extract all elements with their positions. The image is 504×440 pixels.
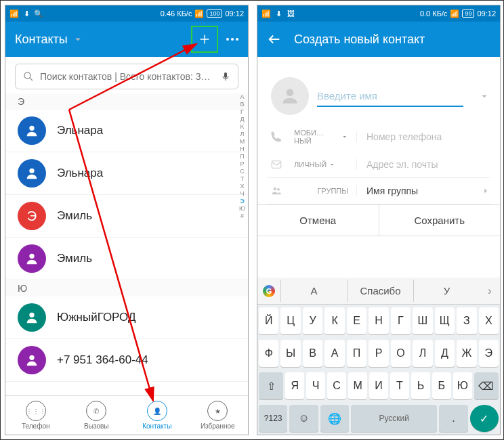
key[interactable]: У — [303, 307, 322, 334]
key[interactable]: А — [324, 340, 344, 367]
back-icon[interactable] — [267, 32, 282, 47]
space-key[interactable]: Русский — [351, 405, 437, 432]
key[interactable]: Ш — [413, 307, 432, 334]
alpha-letter[interactable]: B — [239, 101, 245, 108]
groups-label: ГРУППЫ — [294, 187, 348, 195]
key[interactable]: В — [303, 340, 322, 367]
key[interactable]: Р — [369, 340, 388, 367]
expand-icon[interactable] — [478, 90, 490, 102]
suggestion[interactable]: А — [280, 280, 347, 302]
key[interactable]: Т — [390, 372, 409, 399]
alpha-letter[interactable]: Г — [239, 108, 245, 116]
add-contact-button[interactable] — [192, 27, 217, 51]
key[interactable]: Ж — [457, 340, 476, 367]
suggestion[interactable]: Спасибо — [347, 280, 413, 302]
alpha-letter[interactable]: A — [239, 93, 245, 101]
suggestion[interactable]: У — [413, 280, 480, 302]
google-icon[interactable]: G — [257, 284, 280, 297]
key[interactable]: О — [391, 340, 411, 367]
nav-star[interactable]: ★Избранное — [188, 396, 249, 435]
contact-row[interactable]: Эмиль — [5, 238, 248, 280]
alpha-letter[interactable]: Х — [239, 183, 245, 190]
alpha-letter[interactable]: Р — [239, 160, 245, 168]
alpha-letter[interactable]: Н — [239, 146, 245, 153]
key[interactable]: Б — [432, 372, 451, 399]
key[interactable]: Н — [369, 307, 388, 334]
alpha-letter[interactable]: # — [239, 213, 245, 220]
app-bar: Контакты — [5, 22, 248, 57]
svg-point-5 — [29, 313, 34, 317]
key[interactable]: Х — [479, 307, 499, 334]
key[interactable]: Ч — [306, 372, 325, 399]
key[interactable]: Ц — [280, 307, 300, 334]
mic-icon[interactable] — [220, 71, 231, 82]
alpha-letter[interactable]: Э — [239, 198, 245, 205]
symbols-key[interactable]: ?123 — [259, 405, 287, 432]
groups-value[interactable]: Имя группы — [356, 185, 473, 196]
emoji-key[interactable]: ☺ — [289, 405, 318, 432]
key[interactable]: П — [347, 340, 366, 367]
overflow-menu-button[interactable] — [226, 38, 238, 41]
key[interactable]: И — [369, 372, 388, 399]
contact-row[interactable]: +7 951 364-60-44 — [5, 339, 248, 382]
key[interactable]: С — [327, 372, 346, 399]
svg-rect-10 — [272, 161, 281, 169]
alpha-letter[interactable]: M — [239, 138, 245, 146]
email-type-dropdown[interactable]: ЛИЧНЫЙ — [294, 160, 348, 169]
nav-label: Избранное — [201, 422, 235, 430]
key[interactable]: Д — [435, 340, 455, 367]
search-field[interactable] — [40, 71, 215, 82]
page-title: Создать новый контакт — [294, 32, 425, 47]
key[interactable]: Л — [413, 340, 432, 367]
nav-dialpad[interactable]: ⋮⋮⋮Телефон — [5, 396, 66, 435]
nav-person[interactable]: 👤Контакты — [127, 396, 188, 435]
alpha-letter[interactable]: С — [239, 168, 245, 175]
key[interactable]: Ь — [411, 372, 430, 399]
app-title-dropdown[interactable]: Контакты — [15, 32, 84, 47]
save-button[interactable]: Сохранить — [379, 205, 501, 236]
cancel-button[interactable]: Отмена — [257, 205, 379, 236]
contact-row[interactable]: ЭЭмиль — [5, 195, 248, 238]
key[interactable]: Ю — [453, 372, 472, 399]
key[interactable]: Й — [259, 307, 278, 334]
alpha-letter[interactable]: Ч — [239, 190, 245, 198]
alpha-index[interactable]: ABГДKЛMНПРСТХЧЭЮ# — [239, 93, 245, 220]
alpha-letter[interactable]: Л — [239, 131, 245, 138]
key[interactable]: Е — [347, 307, 366, 334]
period-key[interactable]: . — [439, 405, 467, 432]
email-input[interactable]: Адрес эл. почты — [356, 159, 490, 170]
phone-input[interactable]: Номер телефона — [356, 131, 490, 142]
search-icon — [22, 70, 35, 83]
contact-row[interactable]: Эльнара — [5, 110, 248, 152]
nav-label: Контакты — [142, 422, 171, 430]
sim-icon: 📶 — [9, 9, 19, 18]
enter-key[interactable]: ✓ — [470, 405, 499, 432]
name-input[interactable]: Введите имя — [317, 86, 463, 107]
search-status-icon: 🔍 — [34, 9, 43, 18]
contact-avatar — [18, 303, 46, 332]
key[interactable]: М — [348, 372, 367, 399]
key[interactable]: Ы — [280, 340, 300, 367]
phone-type-dropdown[interactable]: МОБИ…НЫЙ — [294, 129, 348, 145]
key[interactable]: Ф — [259, 340, 278, 367]
key[interactable]: З — [457, 307, 476, 334]
avatar-placeholder[interactable] — [271, 77, 309, 115]
key[interactable]: Э — [479, 340, 499, 367]
key[interactable]: ⌫ — [474, 372, 499, 399]
alpha-letter[interactable]: K — [239, 123, 245, 131]
alpha-letter[interactable]: Ю — [239, 205, 245, 213]
contact-row[interactable]: Эльнара — [5, 152, 248, 195]
key[interactable]: ⇧ — [259, 372, 283, 399]
globe-key[interactable]: 🌐 — [320, 405, 349, 432]
contact-row[interactable]: ЮжныйГОРОД — [5, 296, 248, 339]
key[interactable]: Я — [285, 372, 304, 399]
alpha-letter[interactable]: Д — [239, 116, 245, 123]
alpha-letter[interactable]: Т — [239, 175, 245, 183]
key[interactable]: Г — [391, 307, 411, 334]
search-input[interactable] — [15, 64, 238, 89]
alpha-letter[interactable]: П — [239, 153, 245, 160]
nav-phone[interactable]: ✆Вызовы — [66, 396, 127, 435]
key[interactable]: К — [324, 307, 344, 334]
key[interactable]: Щ — [435, 307, 455, 334]
suggest-expand-icon[interactable]: › — [480, 285, 500, 297]
